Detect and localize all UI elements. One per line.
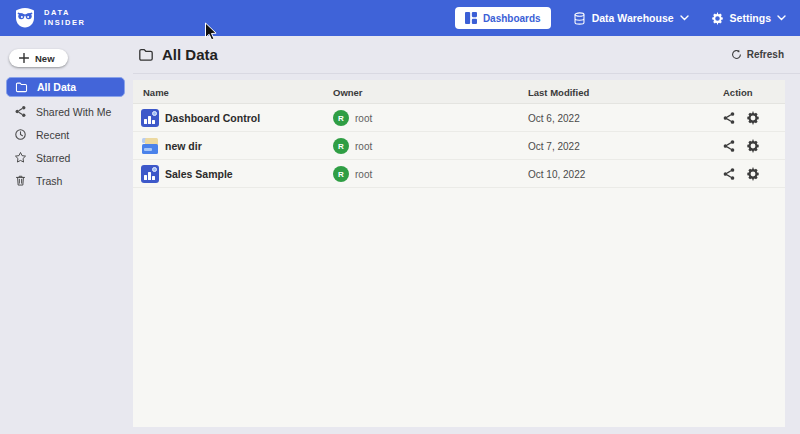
main-header: All Data Refresh bbox=[133, 36, 800, 74]
sidebar-item-label: Shared With Me bbox=[36, 106, 111, 118]
gear-icon[interactable] bbox=[746, 111, 760, 125]
sidebar-nav: All Data Shared With Me Recent Starred T… bbox=[0, 77, 133, 192]
star-icon bbox=[14, 151, 27, 164]
page-title: All Data bbox=[162, 46, 218, 63]
dashboard-grid-icon bbox=[465, 12, 477, 24]
settings-menu[interactable]: Settings bbox=[711, 12, 786, 25]
last-modified-date: Oct 10, 2022 bbox=[528, 169, 585, 180]
dashboard-file-icon bbox=[141, 165, 159, 183]
sidebar-item-label: Recent bbox=[36, 129, 69, 141]
file-name[interactable]: Dashboard Control bbox=[165, 112, 260, 124]
dashboards-button[interactable]: Dashboards bbox=[455, 7, 551, 29]
last-modified-date: Oct 7, 2022 bbox=[528, 141, 580, 152]
folder-file-icon bbox=[141, 137, 159, 155]
sidebar-item-label: All Data bbox=[37, 81, 76, 93]
column-header-owner: Owner bbox=[333, 87, 363, 98]
gear-icon[interactable] bbox=[746, 167, 760, 181]
settings-label: Settings bbox=[730, 12, 771, 24]
refresh-icon bbox=[731, 49, 742, 60]
owner-avatar: R bbox=[333, 110, 349, 126]
owner-name: root bbox=[355, 169, 372, 180]
sidebar-item-label: Starred bbox=[36, 152, 70, 164]
share-icon bbox=[14, 105, 27, 118]
top-navigation: Dashboards Data Warehouse Settings bbox=[455, 7, 786, 29]
folder-icon bbox=[138, 47, 154, 63]
file-name[interactable]: new dir bbox=[165, 140, 202, 152]
gear-icon bbox=[711, 12, 724, 25]
owl-logo-icon bbox=[13, 7, 37, 29]
trash-icon bbox=[14, 174, 27, 187]
refresh-button[interactable]: Refresh bbox=[731, 49, 784, 60]
table-header-row: Name Owner Last Modified Action bbox=[133, 80, 785, 104]
sidebar: New All Data Shared With Me Recent Starr… bbox=[0, 36, 133, 434]
column-header-name: Name bbox=[143, 87, 169, 98]
clock-icon bbox=[14, 128, 27, 141]
share-icon[interactable] bbox=[722, 139, 736, 153]
dashboards-label: Dashboards bbox=[483, 13, 541, 24]
owner-avatar: R bbox=[333, 138, 349, 154]
data-warehouse-label: Data Warehouse bbox=[592, 12, 674, 24]
chevron-down-icon bbox=[777, 15, 786, 21]
last-modified-date: Oct 6, 2022 bbox=[528, 113, 580, 124]
table-row[interactable]: Sales Sample R root Oct 10, 2022 bbox=[133, 160, 785, 188]
dashboard-file-icon bbox=[141, 109, 159, 127]
main-content: All Data Refresh Name Owner Last Modifie… bbox=[133, 36, 800, 434]
owner-name: root bbox=[355, 113, 372, 124]
refresh-label: Refresh bbox=[747, 49, 784, 60]
owner-avatar: R bbox=[333, 166, 349, 182]
column-header-action: Action bbox=[723, 87, 753, 98]
file-name[interactable]: Sales Sample bbox=[165, 168, 233, 180]
chevron-down-icon bbox=[680, 15, 689, 21]
app-logo: DATA INSIDER bbox=[13, 7, 86, 29]
share-icon[interactable] bbox=[722, 111, 736, 125]
table-row[interactable]: Dashboard Control R root Oct 6, 2022 bbox=[133, 104, 785, 132]
sidebar-item-trash[interactable]: Trash bbox=[0, 169, 133, 192]
share-icon[interactable] bbox=[722, 167, 736, 181]
sidebar-item-shared-with-me[interactable]: Shared With Me bbox=[0, 100, 133, 123]
top-bar: DATA INSIDER Dashboards Data Warehouse S… bbox=[0, 0, 800, 36]
new-button-label: New bbox=[35, 53, 55, 64]
sidebar-item-label: Trash bbox=[36, 175, 62, 187]
database-icon bbox=[573, 12, 586, 25]
column-header-last-modified: Last Modified bbox=[528, 87, 589, 98]
table-row[interactable]: new dir R root Oct 7, 2022 bbox=[133, 132, 785, 160]
new-button[interactable]: New bbox=[9, 49, 68, 67]
logo-line-2: INSIDER bbox=[44, 18, 86, 28]
plus-icon bbox=[19, 53, 29, 63]
sidebar-item-starred[interactable]: Starred bbox=[0, 146, 133, 169]
sidebar-item-all-data[interactable]: All Data bbox=[6, 77, 125, 97]
sidebar-item-recent[interactable]: Recent bbox=[0, 123, 133, 146]
logo-line-1: DATA bbox=[44, 8, 86, 18]
owner-name: root bbox=[355, 141, 372, 152]
gear-icon[interactable] bbox=[746, 139, 760, 153]
app-logo-text: DATA INSIDER bbox=[44, 8, 86, 28]
data-warehouse-menu[interactable]: Data Warehouse bbox=[573, 12, 689, 25]
file-table: Name Owner Last Modified Action Dashboar… bbox=[133, 80, 785, 427]
folder-icon bbox=[15, 81, 28, 94]
